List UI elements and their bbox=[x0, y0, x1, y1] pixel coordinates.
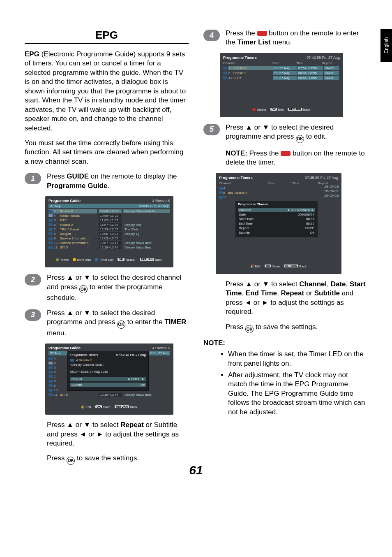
page-number: 61 bbox=[0, 463, 392, 477]
step-badge-4: 4 bbox=[203, 30, 220, 41]
notes-list: When the timer is set, the Timer LED on … bbox=[228, 350, 367, 417]
step-5-text: Press ▲ or ▼ to select the desired progr… bbox=[226, 123, 367, 143]
language-tab: English bbox=[380, 29, 392, 62]
ok-icon: OK bbox=[117, 320, 125, 329]
step-badge-1: 1 bbox=[25, 173, 41, 184]
step-badge-2: 2 bbox=[25, 274, 41, 285]
intro-epg-bold: EPG bbox=[25, 50, 39, 58]
section-title: EPG bbox=[25, 29, 189, 42]
step-badge-3: 3 bbox=[25, 309, 41, 321]
red-button-icon bbox=[257, 31, 267, 36]
left-column: EPG EPG (Electronic Programme Guide) sup… bbox=[25, 29, 189, 471]
intro-paragraph-2: You must set the time correctly before u… bbox=[25, 139, 189, 166]
step-1: 1 Press GUIDE on the remote to display t… bbox=[25, 172, 189, 190]
step-3b-text: Press ▲ or ▼ to select Repeat or Subtitl… bbox=[47, 420, 189, 448]
programme-timers-edit-screenshot: Programme Timers07:35:39 Fri, 27 AugChan… bbox=[216, 173, 341, 274]
note-item: When the timer is set, the Timer LED on … bbox=[228, 350, 367, 368]
intro-text-1: (Electronic Programme Guide) supports 9 … bbox=[25, 50, 186, 132]
ok-icon: OK bbox=[79, 285, 88, 293]
step-badge-5: 5 bbox=[203, 124, 220, 135]
red-button-icon bbox=[281, 151, 291, 156]
programme-guide-screenshot-1: Programme Guide4 Rossia K27 Aug08:54:17 … bbox=[45, 196, 173, 267]
note-item: After adjustment, the TV clock may not m… bbox=[228, 371, 367, 417]
programme-guide-screenshot-2: Programme Guide4 Rossia K27 Aug08:54:17 … bbox=[45, 343, 173, 415]
step-5: 5 Press ▲ or ▼ to select the desired pro… bbox=[203, 123, 367, 143]
programme-timers-screenshot: Programme Timers07:42:58 Fri, 27 AugChan… bbox=[220, 53, 343, 117]
step-2-text: Press ▲ or ▼ to select the desired chann… bbox=[47, 273, 189, 302]
step-2: 2 Press ▲ or ▼ to select the desired cha… bbox=[25, 273, 189, 302]
step-4-text: Press the button on the remote to enter … bbox=[226, 29, 367, 47]
step-5b-text: Press ▲ or ▼ to select Channel, Date, St… bbox=[226, 280, 367, 317]
ok-icon: OK bbox=[245, 325, 254, 333]
step-3-text: Press ▲ or ▼ to select the desired progr… bbox=[47, 309, 189, 338]
step-5-note: NOTE: Press the button on the remote to … bbox=[226, 149, 367, 167]
step-3: 3 Press ▲ or ▼ to select the desired pro… bbox=[25, 309, 189, 338]
right-column: 4 Press the button on the remote to ente… bbox=[203, 29, 367, 471]
step-1-text: Press GUIDE on the remote to display the… bbox=[47, 172, 189, 190]
section-rule bbox=[25, 43, 189, 44]
intro-paragraph-1: EPG (Electronic Programme Guide) support… bbox=[25, 50, 189, 133]
step-5c-text: Press OK to save the settings. bbox=[226, 323, 367, 334]
ok-icon: OK bbox=[296, 135, 304, 143]
notes-heading: NOTE: bbox=[203, 339, 367, 347]
step-4: 4 Press the button on the remote to ente… bbox=[203, 29, 367, 47]
